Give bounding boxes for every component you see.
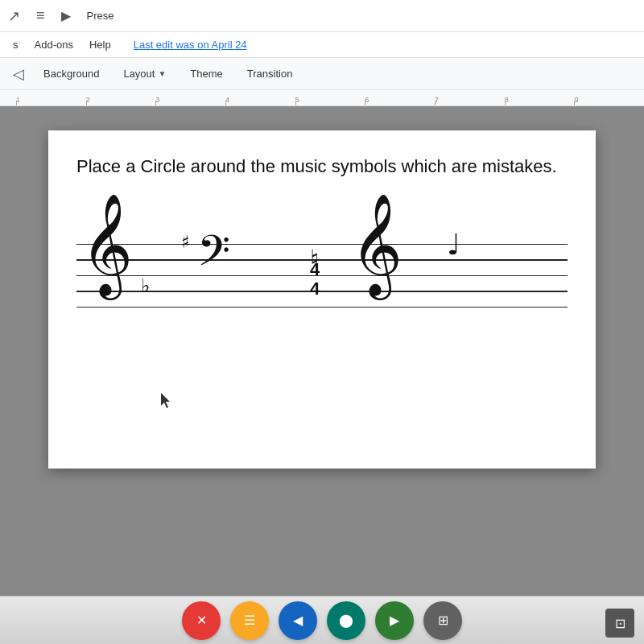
taskbar-icon-red[interactable]: ✕: [182, 601, 221, 640]
taskbar: ✕ ☰ ◀ ⬤ ▶ ⊞ ⊡: [0, 596, 644, 644]
layout-label: Layout: [123, 68, 155, 80]
treble-clef: 𝄞: [80, 200, 133, 288]
ruler-mark-4: 4: [225, 96, 295, 105]
taskbar-right: ⊡: [605, 609, 634, 638]
theme-button[interactable]: Theme: [179, 63, 233, 85]
sharp-symbol: ♯: [181, 232, 190, 253]
slide-title: Place a Circle around the music symbols …: [76, 155, 568, 180]
back-icon: ◀: [293, 613, 303, 628]
forward-icon: ▶: [390, 613, 399, 628]
flat-symbol: ♭: [141, 275, 150, 297]
ruler-mark-1: 1: [16, 96, 86, 105]
treble-clef-2: 𝄞: [350, 200, 402, 288]
slide-area: Place a Circle around the music symbols …: [0, 106, 644, 596]
ruler-mark-2: 2: [86, 96, 156, 105]
ruler-mark-8: 8: [505, 96, 575, 105]
last-edit-label[interactable]: Last edit was on April 24: [127, 35, 254, 54]
top-bar: ↗ ≡ ▶ Prese: [0, 0, 644, 32]
menu-icon: ☰: [244, 613, 255, 628]
taskbar-icon-blue[interactable]: ◀: [279, 601, 317, 640]
cursor: [161, 393, 172, 412]
taskbar-right-icon[interactable]: ⊡: [605, 609, 634, 638]
taskbar-icon-green[interactable]: ▶: [375, 601, 414, 640]
home-icon: ⬤: [339, 613, 353, 628]
list-icon: ≡: [36, 7, 45, 24]
slide[interactable]: Place a Circle around the music symbols …: [48, 130, 596, 469]
present-label[interactable]: Prese: [87, 10, 114, 22]
present-icon: ▶: [61, 8, 71, 23]
background-button[interactable]: Background: [32, 63, 110, 85]
screen-icon: ⊡: [615, 616, 625, 631]
layout-button[interactable]: Layout ▼: [112, 63, 177, 85]
ruler-mark-5: 5: [295, 96, 365, 105]
bass-clef: 𝄢: [197, 226, 230, 287]
transition-button[interactable]: Transition: [236, 63, 304, 85]
ruler-mark-9: 9: [574, 96, 644, 105]
menu-item-s[interactable]: s: [6, 35, 25, 54]
trend-icon: ↗: [8, 7, 20, 25]
menu-item-addons[interactable]: Add-ons: [28, 35, 80, 54]
music-symbols: 𝄞 ♭ ♯ 𝄢 ♮ 4 4 𝄞 ♩: [76, 204, 568, 349]
ruler-mark-3: 3: [155, 96, 225, 105]
time-signature: 4 4: [310, 260, 320, 299]
menu-bar: s Add-ons Help Last edit was on April 24: [0, 32, 644, 58]
layout-dropdown-arrow: ▼: [158, 69, 166, 78]
ruler-mark-7: 7: [435, 96, 505, 105]
ruler: 1 2 3 4 5 6 7 8 9: [0, 90, 644, 106]
quarter-note: ♩: [447, 228, 460, 262]
menu-item-help[interactable]: Help: [83, 35, 118, 54]
time-sig-bottom: 4: [310, 279, 320, 299]
close-icon: ✕: [196, 613, 207, 628]
music-staff: 𝄞 ♭ ♯ 𝄢 ♮ 4 4 𝄞 ♩: [76, 204, 568, 349]
grid-icon: ⊞: [438, 613, 448, 628]
taskbar-icon-teal[interactable]: ⬤: [327, 601, 365, 640]
back-button[interactable]: ◁: [6, 62, 31, 86]
time-sig-top: 4: [310, 260, 320, 279]
taskbar-icon-yellow[interactable]: ☰: [230, 601, 269, 640]
ruler-mark-6: 6: [365, 96, 435, 105]
taskbar-icon-gray[interactable]: ⊞: [423, 601, 462, 640]
toolbar: ◁ Background Layout ▼ Theme Transition: [0, 58, 644, 90]
